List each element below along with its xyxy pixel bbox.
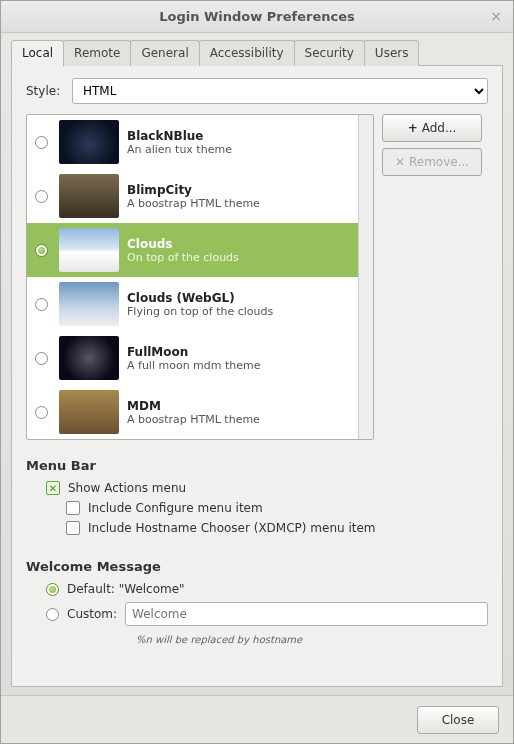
theme-desc: Flying on top of the clouds <box>127 305 273 318</box>
add-label: Add... <box>422 121 457 135</box>
tab-bar: Local Remote General Accessibility Secur… <box>11 39 503 66</box>
theme-thumbnail <box>59 228 119 272</box>
plus-icon: + <box>408 121 418 135</box>
close-label: Close <box>442 713 475 727</box>
scrollbar[interactable] <box>358 115 373 439</box>
menubar-title: Menu Bar <box>26 458 488 473</box>
theme-row-blimpcity[interactable]: BlimpCity A boostrap HTML theme <box>27 169 358 223</box>
theme-desc: A boostrap HTML theme <box>127 413 260 426</box>
tab-local[interactable]: Local <box>11 40 64 66</box>
welcome-default-option[interactable]: Default: "Welcome" <box>46 582 488 596</box>
theme-desc: A boostrap HTML theme <box>127 197 260 210</box>
welcome-custom-input[interactable] <box>125 602 488 626</box>
theme-list-frame: BlackNBlue An alien tux theme BlimpCity … <box>26 114 374 440</box>
welcome-title: Welcome Message <box>26 559 488 574</box>
radio-icon[interactable] <box>46 608 59 621</box>
radio-icon[interactable] <box>35 352 48 365</box>
checkbox-icon[interactable] <box>46 481 60 495</box>
welcome-custom-label: Custom: <box>67 607 117 621</box>
welcome-default-label: Default: "Welcome" <box>67 582 185 596</box>
checkbox-icon[interactable] <box>66 521 80 535</box>
close-icon[interactable]: × <box>487 7 505 25</box>
radio-icon[interactable] <box>35 190 48 203</box>
theme-row-mdm[interactable]: MDM A boostrap HTML theme <box>27 385 358 439</box>
include-hostname-option[interactable]: Include Hostname Chooser (XDMCP) menu it… <box>66 521 488 535</box>
theme-desc: An alien tux theme <box>127 143 232 156</box>
theme-row-fullmoon[interactable]: FullMoon A full moon mdm theme <box>27 331 358 385</box>
theme-row-blacknblue[interactable]: BlackNBlue An alien tux theme <box>27 115 358 169</box>
tab-page-local: Style: HTML BlackNBlue An alien tux them… <box>11 66 503 687</box>
radio-icon[interactable] <box>35 136 48 149</box>
theme-desc: A full moon mdm theme <box>127 359 261 372</box>
welcome-custom-option[interactable]: Custom: <box>46 602 488 626</box>
include-configure-option[interactable]: Include Configure menu item <box>66 501 488 515</box>
theme-desc: On top of the clouds <box>127 251 239 264</box>
include-hostname-label: Include Hostname Chooser (XDMCP) menu it… <box>88 521 376 535</box>
checkbox-icon[interactable] <box>66 501 80 515</box>
style-label: Style: <box>26 84 72 98</box>
show-actions-option[interactable]: Show Actions menu <box>46 481 488 495</box>
titlebar: Login Window Preferences × <box>1 1 513 33</box>
add-button[interactable]: + Add... <box>382 114 482 142</box>
theme-name: BlimpCity <box>127 183 260 197</box>
tab-general[interactable]: General <box>130 40 199 66</box>
radio-icon[interactable] <box>35 244 48 257</box>
x-icon: ✕ <box>395 155 405 169</box>
remove-label: Remove... <box>409 155 469 169</box>
theme-row-clouds-webgl[interactable]: Clouds (WebGL) Flying on top of the clou… <box>27 277 358 331</box>
theme-thumbnail <box>59 390 119 434</box>
remove-button: ✕ Remove... <box>382 148 482 176</box>
radio-icon[interactable] <box>46 583 59 596</box>
style-row: Style: HTML <box>26 78 488 104</box>
theme-thumbnail <box>59 120 119 164</box>
window-title: Login Window Preferences <box>159 9 355 24</box>
theme-name: BlackNBlue <box>127 129 232 143</box>
radio-icon[interactable] <box>35 298 48 311</box>
show-actions-label: Show Actions menu <box>68 481 186 495</box>
theme-name: Clouds <box>127 237 239 251</box>
theme-thumbnail <box>59 174 119 218</box>
theme-thumbnail <box>59 336 119 380</box>
tab-remote[interactable]: Remote <box>63 40 131 66</box>
theme-name: Clouds (WebGL) <box>127 291 273 305</box>
theme-row-clouds[interactable]: Clouds On top of the clouds <box>27 223 358 277</box>
tab-users[interactable]: Users <box>364 40 420 66</box>
theme-name: FullMoon <box>127 345 261 359</box>
style-select[interactable]: HTML <box>72 78 488 104</box>
theme-thumbnail <box>59 282 119 326</box>
preferences-window: Login Window Preferences × Local Remote … <box>0 0 514 744</box>
content-area: Local Remote General Accessibility Secur… <box>1 33 513 695</box>
include-configure-label: Include Configure menu item <box>88 501 263 515</box>
welcome-hint: %n will be replaced by hostname <box>136 634 488 645</box>
theme-area: BlackNBlue An alien tux theme BlimpCity … <box>26 114 488 440</box>
side-buttons: + Add... ✕ Remove... <box>382 114 482 440</box>
tab-accessibility[interactable]: Accessibility <box>199 40 295 66</box>
close-button[interactable]: Close <box>417 706 499 734</box>
footer: Close <box>1 695 513 743</box>
tab-security[interactable]: Security <box>294 40 365 66</box>
radio-icon[interactable] <box>35 406 48 419</box>
theme-list[interactable]: BlackNBlue An alien tux theme BlimpCity … <box>27 115 358 439</box>
theme-name: MDM <box>127 399 260 413</box>
